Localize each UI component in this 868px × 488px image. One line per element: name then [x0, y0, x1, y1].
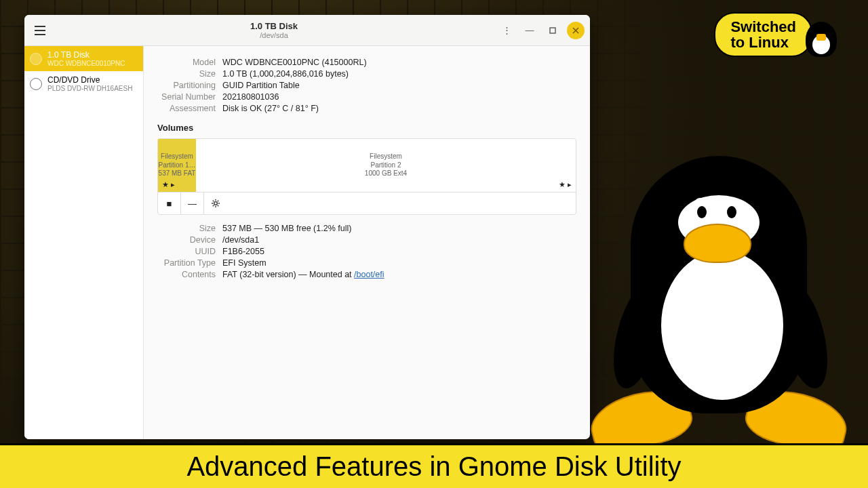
tux-icon: [806, 22, 837, 57]
value-partitioning: GUID Partition Table: [222, 81, 576, 90]
unmount-button[interactable]: ■: [158, 192, 181, 214]
minimize-button[interactable]: —: [521, 22, 538, 39]
volume-partition-2[interactable]: Filesystem Partition 2 1000 GB Ext4 ★ ▸: [196, 139, 576, 192]
close-button[interactable]: [567, 22, 585, 39]
hamburger-menu-button[interactable]: [30, 20, 50, 41]
value-selsize: 537 MB — 530 MB free (1.2% full): [222, 224, 576, 233]
gnome-disks-window: 1.0 TB Disk /dev/sda ⋮ — 1.0 TB Disk WDC…: [24, 15, 590, 439]
delete-partition-button[interactable]: —: [181, 192, 204, 214]
tux-mascot: [597, 156, 841, 447]
label-ptype: Partition Type: [157, 258, 222, 268]
label-model: Model: [157, 58, 222, 67]
sidebar-item-sublabel: PLDS DVD-RW DH16AESH: [47, 85, 132, 92]
window-title: 1.0 TB Disk: [50, 21, 498, 31]
mount-point-link[interactable]: /boot/efi: [354, 270, 384, 279]
gear-icon: [210, 198, 221, 209]
partition-options-button[interactable]: [204, 192, 227, 214]
value-ptype: EFI System: [222, 258, 576, 268]
partition-badges: ★ ▸: [559, 180, 572, 189]
logo-line1: Switched: [730, 19, 796, 35]
device-sidebar: 1.0 TB Disk WDC WDBNCE0010PNC CD/DVD Dri…: [24, 46, 144, 439]
disk-icon: [30, 53, 42, 65]
sidebar-item-sublabel: WDC WDBNCE0010PNC: [47, 60, 125, 67]
maximize-button[interactable]: [544, 22, 561, 39]
label-device: Device: [157, 235, 222, 245]
value-uuid: F1B6-2055: [222, 247, 576, 256]
drive-options-button[interactable]: ⋮: [498, 22, 515, 39]
label-contents: Contents: [157, 270, 222, 279]
label-uuid: UUID: [157, 247, 222, 256]
value-serial: 202180801036: [222, 92, 576, 102]
value-size: 1.0 TB (1,000,204,886,016 bytes): [222, 69, 576, 79]
svg-point-1: [214, 202, 218, 205]
optical-drive-icon: [30, 78, 42, 90]
value-contents: FAT (32-bit version) — Mounted at /boot/…: [222, 270, 576, 279]
value-assessment: Disk is OK (27° C / 81° F): [222, 104, 576, 113]
logo-line2: to Linux: [730, 35, 796, 50]
label-partitioning: Partitioning: [157, 81, 222, 90]
sidebar-item-label: CD/DVD Drive: [47, 75, 132, 85]
value-device: /dev/sda1: [222, 235, 576, 245]
label-assessment: Assessment: [157, 104, 222, 113]
main-pane: ModelWDC WDBNCE0010PNC (415000RL) Size1.…: [144, 46, 590, 439]
label-selsize: Size: [157, 224, 222, 233]
titlebar: 1.0 TB Disk /dev/sda ⋮ —: [24, 15, 590, 46]
volumes-heading: Volumes: [157, 123, 576, 133]
volumes-panel: Filesystem Partition 1… 537 MB FAT ★ ▸ F…: [157, 138, 576, 215]
svg-rect-0: [550, 28, 555, 33]
window-subtitle: /dev/sda: [50, 31, 498, 39]
label-size: Size: [157, 69, 222, 79]
channel-logo: Switched to Linux: [714, 12, 837, 57]
volume-toolbar: ■ —: [158, 192, 576, 214]
sidebar-item-optical[interactable]: CD/DVD Drive PLDS DVD-RW DH16AESH: [24, 71, 143, 96]
sidebar-item-label: 1.0 TB Disk: [47, 50, 125, 60]
partition-badges: ★ ▸: [162, 180, 175, 189]
volume-partition-1[interactable]: Filesystem Partition 1… 537 MB FAT ★ ▸: [158, 139, 196, 192]
video-caption: Advanced Features in Gnome Disk Utility: [0, 443, 868, 488]
sidebar-item-disk[interactable]: 1.0 TB Disk WDC WDBNCE0010PNC: [24, 46, 143, 71]
value-model: WDC WDBNCE0010PNC (415000RL): [222, 58, 576, 67]
label-serial: Serial Number: [157, 92, 222, 102]
